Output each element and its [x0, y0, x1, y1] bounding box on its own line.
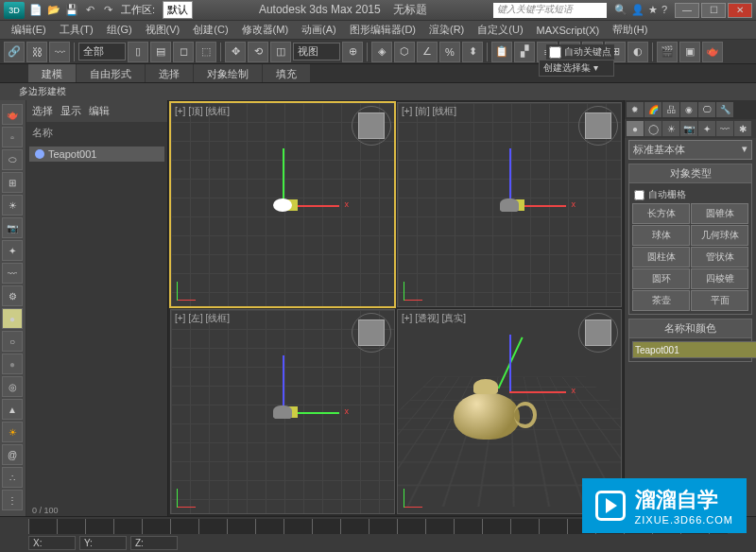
lt-system-icon[interactable]: ⚙ [2, 285, 23, 306]
menu-modifiers[interactable]: 修改器(M) [236, 21, 295, 39]
menu-graph-editors[interactable]: 图形编辑器(D) [344, 21, 421, 39]
systems-subtab-icon[interactable]: ✱ [734, 121, 751, 136]
shapes-subtab-icon[interactable]: ◯ [644, 121, 662, 136]
teapot-geometry[interactable] [500, 198, 519, 212]
category-dropdown[interactable]: 标准基本体▾ [628, 140, 752, 160]
lt-spacewarp-icon[interactable]: 〰 [2, 263, 23, 284]
prim-teapot-button[interactable]: 茶壶 [632, 290, 690, 311]
prim-cylinder-button[interactable]: 圆柱体 [632, 247, 690, 267]
cmd-hierarchy-tab-icon[interactable]: 品 [662, 102, 679, 117]
favorites-icon[interactable]: ★ [648, 4, 658, 16]
render-setup-icon[interactable]: 🎬 [657, 42, 678, 62]
help-icon[interactable]: ? [662, 4, 667, 16]
lt-grid-icon[interactable]: ⊞ [2, 172, 23, 193]
ribbon-tab-freeform[interactable]: 自由形式 [77, 64, 145, 82]
lt-sun-icon[interactable]: ☀ [2, 422, 23, 442]
lt-sphere-gray-icon[interactable]: ● [2, 354, 23, 374]
lights-subtab-icon[interactable]: ☀ [662, 121, 679, 136]
rotate-icon[interactable]: ⟲ [248, 42, 268, 62]
cmd-utilities-tab-icon[interactable]: 🔧 [716, 102, 733, 117]
lt-teapot-icon[interactable]: 🫖 [2, 104, 23, 125]
ribbon-tab-selection[interactable]: 选择 [146, 64, 193, 82]
coord-z[interactable]: Z: [130, 536, 178, 550]
qat-undo-icon[interactable]: ↶ [82, 3, 97, 18]
teapot-geometry[interactable] [454, 392, 520, 440]
ribbon-tab-populate[interactable]: 填充 [263, 64, 310, 82]
autogrid-checkbox[interactable]: 自动栅格 [632, 186, 748, 203]
window-crossing-icon[interactable]: ⬚ [196, 42, 216, 62]
minimize-button[interactable]: — [675, 3, 699, 18]
viewport-front-label[interactable]: [+] [前] [线框] [402, 105, 456, 118]
mirror-icon[interactable]: ▞ [514, 42, 535, 62]
viewport-front[interactable]: [+] [前] [线框] [397, 102, 622, 307]
prim-tube-button[interactable]: 管状体 [691, 247, 748, 267]
viewport-top-label[interactable]: [+] [顶] [线框] [175, 105, 230, 118]
qat-save-icon[interactable]: 💾 [64, 3, 79, 18]
select-link-icon[interactable]: 🔗 [4, 42, 25, 62]
snap-toggle-icon[interactable]: ⬡ [394, 42, 415, 62]
scale-icon[interactable]: ◫ [270, 42, 291, 62]
helpers-subtab-icon[interactable]: ✦ [698, 121, 715, 136]
menu-create[interactable]: 创建(C) [187, 21, 233, 39]
menu-edit[interactable]: 编辑(E) [6, 21, 52, 39]
coord-x[interactable]: X: [28, 536, 76, 550]
named-selection-icon[interactable]: 📋 [491, 42, 512, 62]
viewport-left-label[interactable]: [+] [左] [线框] [175, 312, 230, 325]
ribbon-tab-object-paint[interactable]: 对象绘制 [194, 64, 262, 82]
workspace-dropdown[interactable]: 默认 [163, 1, 193, 19]
autokey-checkbox[interactable]: 自动关键点 [546, 44, 614, 60]
ribbon-panel-poly[interactable]: 多边形建模 [9, 83, 76, 100]
lt-helper-icon[interactable]: ✦ [2, 240, 23, 261]
prim-pyramid-button[interactable]: 四棱锥 [691, 268, 748, 289]
prim-geosphere-button[interactable]: 几何球体 [691, 225, 748, 246]
teapot-geometry[interactable] [273, 198, 292, 212]
cmd-display-tab-icon[interactable]: 🖵 [698, 102, 715, 117]
close-button[interactable]: ✕ [728, 3, 752, 18]
cameras-subtab-icon[interactable]: 📷 [680, 121, 697, 136]
viewcube-icon[interactable] [585, 112, 611, 139]
scene-col-display[interactable]: 显示 [60, 104, 81, 118]
percent-snap-icon[interactable]: % [439, 42, 460, 62]
coord-y[interactable]: Y: [79, 536, 127, 550]
menu-maxscript[interactable]: MAXScript(X) [531, 23, 606, 38]
object-name-input[interactable] [632, 341, 756, 358]
lt-camera-icon[interactable]: 📷 [2, 217, 23, 238]
render-frame-icon[interactable]: ▣ [679, 42, 700, 62]
ref-coord-dropdown[interactable]: 视图 [293, 43, 340, 60]
app-logo[interactable]: 3D [4, 2, 25, 19]
maximize-button[interactable]: ☐ [701, 3, 726, 18]
select-name-icon[interactable]: ▤ [150, 42, 171, 62]
menu-rendering[interactable]: 渲染(R) [423, 21, 470, 39]
menu-animation[interactable]: 动画(A) [296, 21, 342, 39]
unlink-icon[interactable]: ⛓ [26, 42, 47, 62]
select-manipulate-icon[interactable]: ◈ [371, 42, 392, 62]
ribbon-tab-modeling[interactable]: 建模 [28, 64, 76, 82]
scene-col-select[interactable]: 选择 [32, 104, 53, 118]
lt-box-icon[interactable]: ▫ [2, 127, 23, 147]
menu-views[interactable]: 视图(V) [140, 21, 186, 39]
lt-sphere-white-icon[interactable]: ○ [2, 331, 23, 352]
lt-spiral-icon[interactable]: @ [2, 444, 23, 465]
render-production-icon[interactable]: 🫖 [702, 42, 723, 62]
prim-torus-button[interactable]: 圆环 [632, 268, 690, 289]
menu-tools[interactable]: 工具(T) [54, 21, 99, 39]
viewport-left[interactable]: [+] [左] [线框] [170, 309, 395, 514]
spacewarps-subtab-icon[interactable]: 〰 [716, 121, 733, 136]
viewcube-icon[interactable] [358, 112, 385, 139]
infocenter-icon[interactable]: 🔍 [614, 4, 627, 16]
search-input[interactable]: 键入关键字或短语 [493, 3, 607, 18]
lt-sphere-yellow-icon[interactable]: ● [2, 308, 23, 329]
rollout-name-color[interactable]: 名称和颜色 [629, 319, 751, 338]
qat-new-icon[interactable]: 📄 [28, 3, 43, 18]
lt-cylinder-icon[interactable]: ⬭ [2, 149, 23, 170]
menu-customize[interactable]: 自定义(U) [472, 21, 528, 39]
bind-spacewarp-icon[interactable]: 〰 [49, 42, 70, 62]
cmd-create-tab-icon[interactable]: ✹ [627, 102, 644, 117]
prim-box-button[interactable]: 长方体 [632, 203, 690, 224]
viewcube-icon[interactable] [585, 319, 611, 346]
qat-open-icon[interactable]: 📂 [46, 3, 61, 18]
spinner-snap-icon[interactable]: ⬍ [462, 42, 483, 62]
lt-light-icon[interactable]: ☀ [2, 195, 23, 216]
prim-cone-button[interactable]: 圆锥体 [691, 203, 748, 224]
create-selection-set-dropdown[interactable]: 创建选择集 ▾ [539, 60, 614, 77]
